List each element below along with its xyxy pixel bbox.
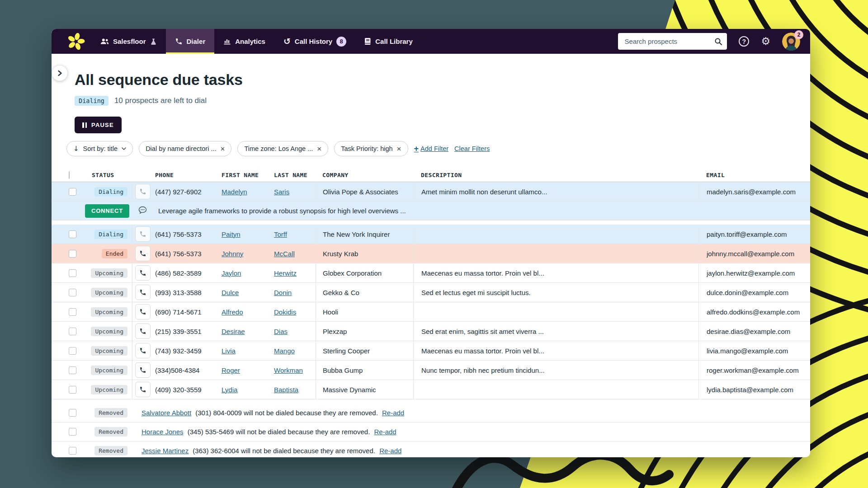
row-checkbox[interactable] (69, 347, 76, 355)
row-email-cell: jaylon.herwitz@example.com (698, 263, 810, 282)
company-name: The New York Inquirer (323, 230, 390, 238)
add-filter-link[interactable]: + Add Filter (414, 144, 449, 154)
last-name-link[interactable]: Dokidis (274, 308, 296, 316)
row-first-name-cell: Jaylon (214, 263, 267, 282)
search-box[interactable] (618, 33, 727, 50)
app-logo-flower-icon[interactable] (67, 33, 85, 51)
row-status-cell: Upcoming (84, 361, 132, 380)
row-call-cell (132, 263, 153, 282)
first-name-link[interactable]: Roger (222, 366, 240, 374)
first-name-link[interactable]: Lydia (222, 386, 237, 394)
first-name-link[interactable]: Johnny (222, 250, 243, 258)
row-checkbox[interactable] (69, 289, 76, 296)
table-row: Upcoming(690) 714-5671AlfredoDokidisHool… (52, 302, 810, 322)
pause-button[interactable]: PAUSE (75, 117, 122, 133)
first-name-link[interactable]: Livia (222, 347, 236, 355)
call-button[interactable] (135, 304, 151, 319)
prospects-remaining-text: 10 prospects are left to dial (114, 96, 207, 105)
removed-prospect-link[interactable]: Salvatore Abbott (142, 409, 191, 417)
row-description-cell (413, 225, 698, 244)
filter-chip-dial-by-name[interactable]: Dial by name directori ... × (139, 141, 231, 156)
tab-analytics[interactable]: Analytics (214, 29, 274, 54)
row-phone-cell: (641) 756-5373 (153, 225, 214, 244)
row-first-name-cell: Johnny (214, 244, 267, 263)
row-phone-cell: (486) 582-3589 (153, 263, 214, 282)
last-name-link[interactable]: Dias (274, 328, 288, 335)
row-checkbox[interactable] (69, 308, 76, 316)
last-name-link[interactable]: Donin (274, 289, 292, 296)
description-text: Nunc tempor, nibh nec pretium tincidun..… (421, 366, 545, 374)
row-status-cell: Upcoming (84, 380, 132, 399)
company-name: Sterling Cooper (323, 347, 370, 355)
filter-chip-time-zone[interactable]: Time zone: Los Ange ... × (237, 141, 328, 156)
gear-icon[interactable]: ⚙ (761, 36, 770, 47)
tab-call-library[interactable]: Call Library (355, 29, 422, 54)
nav-item-salesfloor[interactable]: Salesfloor (91, 29, 166, 54)
clear-filters-link[interactable]: Clear Filters (454, 145, 490, 152)
sort-chip[interactable]: ↓ Sort by: title (66, 141, 133, 156)
last-name-link[interactable]: Saris (274, 188, 289, 196)
last-name-link[interactable]: Workman (274, 366, 303, 374)
email-text: lydia.baptista@example.com (707, 386, 793, 394)
row-checkbox[interactable] (69, 366, 76, 374)
row-checkbox[interactable] (69, 409, 76, 417)
help-icon[interactable]: ? (739, 36, 749, 47)
re-add-link[interactable]: Re-add (379, 447, 401, 455)
call-button[interactable] (135, 382, 151, 397)
removed-prospect-link[interactable]: Horace Jones (142, 428, 184, 436)
last-name-link[interactable]: Torff (274, 230, 287, 238)
main-content: All sequence due tasks Dialing 10 prospe… (52, 71, 810, 457)
first-name-link[interactable]: Alfredo (222, 308, 243, 316)
last-name-link[interactable]: Mango (274, 347, 295, 355)
call-button[interactable] (135, 324, 151, 339)
search-icon[interactable] (714, 38, 722, 46)
re-add-link[interactable]: Re-add (374, 428, 396, 436)
flask-icon (150, 38, 157, 45)
select-all-checkbox[interactable] (69, 171, 70, 179)
call-button[interactable] (135, 285, 151, 300)
removed-message: (301) 804-0009 will not be dialed becaus… (193, 409, 380, 417)
re-add-link[interactable]: Re-add (382, 409, 404, 417)
phone-number: (409) 320-3559 (155, 386, 202, 394)
first-name-link[interactable]: Jaylon (222, 269, 241, 277)
call-button[interactable] (135, 184, 151, 199)
last-name-link[interactable]: Herwitz (274, 269, 297, 277)
filter-chip-task-priority[interactable]: Task Priority: high × (334, 141, 408, 156)
row-checkbox[interactable] (69, 188, 76, 196)
call-button[interactable] (135, 226, 151, 242)
tab-dialer[interactable]: Dialer (166, 29, 215, 54)
close-icon[interactable]: × (317, 145, 321, 153)
call-button[interactable] (135, 362, 151, 378)
row-checkbox[interactable] (69, 269, 76, 277)
row-checkbox[interactable] (69, 386, 76, 394)
company-name: Globex Corporation (323, 269, 382, 277)
close-icon[interactable]: × (220, 145, 225, 153)
row-checkbox[interactable] (69, 230, 76, 238)
row-call-cell (132, 380, 153, 399)
first-name-link[interactable]: Paityn (222, 230, 241, 238)
user-avatar[interactable]: 2 (782, 33, 800, 51)
row-checkbox[interactable] (69, 428, 76, 436)
close-icon[interactable]: × (397, 145, 401, 153)
row-first-name-cell: Livia (214, 341, 267, 360)
call-button[interactable] (135, 343, 151, 358)
search-input[interactable] (624, 38, 714, 45)
row-checkbox[interactable] (69, 250, 76, 258)
connect-button[interactable]: CONNECT (85, 204, 129, 218)
first-name-link[interactable]: Desirae (222, 328, 245, 335)
tab-call-history[interactable]: ↺ Call History 8 (274, 29, 355, 54)
removed-prospect-link[interactable]: Jessie Martinez (142, 447, 189, 455)
row-email-cell: roger.workman@example.com (698, 361, 810, 380)
top-navbar: Salesfloor Dialer Analytics (52, 29, 810, 54)
first-name-link[interactable]: Madelyn (222, 188, 247, 196)
call-button[interactable] (135, 265, 151, 281)
last-name-link[interactable]: McCall (274, 250, 295, 258)
table-row: Upcoming(743) 932-3459LiviaMangoSterling… (52, 341, 810, 361)
row-checkbox[interactable] (69, 447, 76, 455)
last-name-link[interactable]: Baptista (274, 386, 298, 394)
row-checkbox[interactable] (69, 328, 76, 335)
call-button[interactable] (135, 246, 151, 261)
first-name-link[interactable]: Dulce (222, 289, 239, 296)
expand-sidebar-button[interactable] (52, 66, 67, 81)
removed-message: (363) 362-6004 will not be dialed becaus… (191, 447, 377, 455)
